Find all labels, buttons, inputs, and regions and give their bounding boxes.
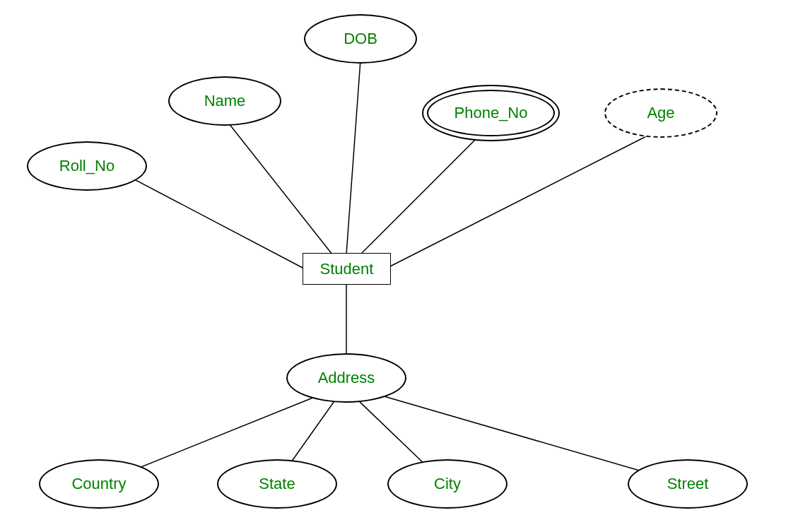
attribute-state: State — [217, 459, 337, 509]
attribute-street-label: Street — [667, 475, 709, 493]
attribute-country-label: Country — [71, 475, 126, 493]
attribute-dob-label: DOB — [344, 30, 377, 48]
attribute-name: Name — [168, 76, 281, 126]
attribute-age: Age — [604, 88, 717, 138]
attribute-age-label: Age — [647, 104, 674, 122]
entity-student-label: Student — [320, 260, 374, 278]
attribute-city: City — [387, 459, 508, 509]
attribute-city-label: City — [434, 475, 461, 493]
svg-line-2 — [346, 60, 360, 254]
attribute-roll-no-label: Roll_No — [59, 157, 115, 175]
attribute-phone-no-label: Phone_No — [454, 104, 528, 122]
attribute-name-label: Name — [204, 92, 246, 110]
attribute-address: Address — [286, 353, 406, 403]
svg-line-0 — [124, 174, 304, 268]
attribute-country: Country — [39, 459, 159, 509]
svg-line-3 — [360, 127, 488, 254]
attribute-roll-no: Roll_No — [27, 141, 147, 191]
entity-student: Student — [303, 253, 391, 285]
svg-line-4 — [389, 131, 657, 267]
attribute-dob: DOB — [304, 14, 417, 64]
svg-line-1 — [226, 120, 332, 254]
connector-lines — [0, 0, 786, 532]
attribute-phone-no: Phone_No — [422, 85, 560, 141]
attribute-street: Street — [628, 459, 748, 509]
attribute-state-label: State — [259, 475, 295, 493]
attribute-address-label: Address — [318, 369, 375, 387]
